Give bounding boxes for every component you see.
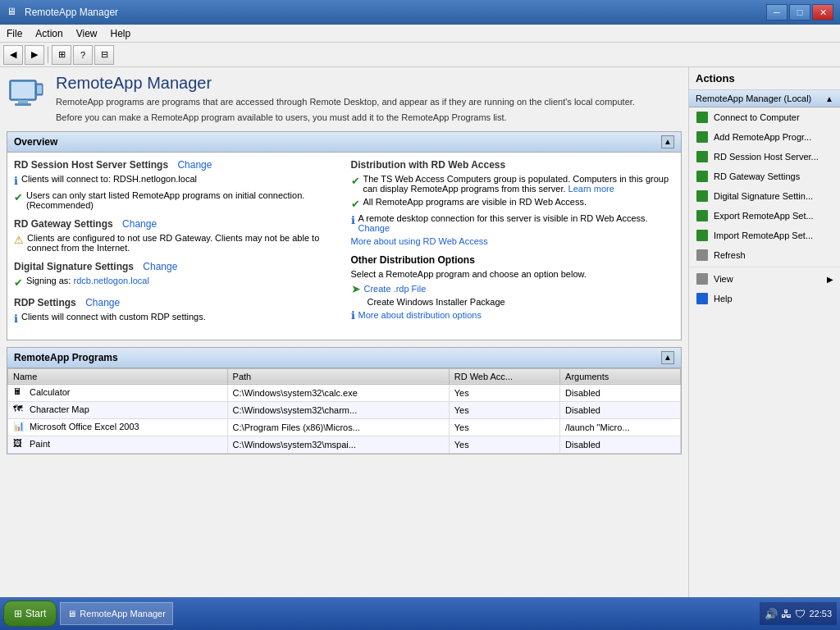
dist-item-2: ℹ A remote desktop connection for this s… xyxy=(351,213,675,233)
rd-gateway-change-link[interactable]: Change xyxy=(122,218,157,230)
learn-more-link[interactable]: Learn more xyxy=(568,184,614,194)
overview-panel: Overview ▲ RD Session Host Server Settin… xyxy=(7,131,682,340)
action-item-connect[interactable]: Connect to Computer xyxy=(689,107,840,127)
taskbar-remoteapp[interactable]: 🖥 RemoteApp Manager xyxy=(60,602,173,625)
prog-path-cell: C:\Windows\system32\calc.exe xyxy=(227,384,449,401)
minimize-button[interactable]: ─ xyxy=(766,4,788,21)
prog-args-cell: Disabled xyxy=(560,401,681,418)
window-title: RemoteApp Manager xyxy=(25,7,766,18)
overview-columns: RD Session Host Server Settings Change ℹ… xyxy=(14,159,674,333)
action-label-export: Export RemoteApp Set... xyxy=(714,211,814,221)
dist-change-link[interactable]: Change xyxy=(358,223,390,233)
action-label-help: Help xyxy=(714,294,733,304)
programs-panel: RemoteApp Programs ▲ Name Path RD Web Ac… xyxy=(7,347,682,454)
add-icon-shape xyxy=(696,131,708,143)
main-area: RemoteApp Manager RemoteApp programs are… xyxy=(0,67,840,597)
actions-section-header: RemoteApp Manager (Local) ▲ xyxy=(689,90,840,107)
table-row[interactable]: 🖼Paint C:\Windows\system32\mspai... Yes … xyxy=(8,436,681,453)
more-rd-web-link[interactable]: More about using RD Web Access xyxy=(351,236,488,246)
rdgateway-icon-shape xyxy=(696,171,708,182)
menu-view[interactable]: View xyxy=(70,26,104,41)
table-row[interactable]: 📊Microsoft Office Excel 2003 C:\Program … xyxy=(8,418,681,436)
more-dist-link[interactable]: More about distribution options xyxy=(358,310,482,320)
more-dist-item: ℹ More about distribution options xyxy=(351,308,675,322)
other-dist-desc: Select a RemoteApp program and choose an… xyxy=(351,269,675,279)
create-rdp-link[interactable]: Create .rdp File xyxy=(364,284,427,294)
col-path: Path xyxy=(227,368,449,384)
prog-args-cell: Disabled xyxy=(560,384,681,401)
back-button[interactable]: ◀ xyxy=(3,45,23,65)
taskbar-app-icon: 🖥 xyxy=(67,609,76,619)
page-icon xyxy=(7,74,46,113)
overview-right-col: Distribution with RD Web Access ✔ The TS… xyxy=(351,159,675,333)
table-row[interactable]: 🖩Calculator C:\Windows\system32\calc.exe… xyxy=(8,384,681,401)
page-header: RemoteApp Manager RemoteApp programs are… xyxy=(7,74,682,125)
prog-path-cell: C:\Windows\system32\charm... xyxy=(227,401,449,418)
rdp-change-link[interactable]: Change xyxy=(85,297,120,308)
action-item-export[interactable]: Export RemoteApp Set... xyxy=(689,206,840,226)
action-label-rdsession: RD Session Host Server... xyxy=(714,152,819,162)
title-bar: 🖥 RemoteApp Manager ─ □ ✕ xyxy=(0,0,840,25)
actions-section-label: RemoteApp Manager (Local) xyxy=(696,94,811,103)
menu-action[interactable]: Action xyxy=(29,26,69,41)
taskbar-app-label: RemoteApp Manager xyxy=(80,609,166,619)
app-icon: 🖥 xyxy=(7,6,20,19)
dist-item-0: ✔ The TS Web Access Computers group is p… xyxy=(351,174,675,194)
action-item-add[interactable]: Add RemoteApp Progr... xyxy=(689,127,840,147)
programs-collapse-button[interactable]: ▲ xyxy=(661,351,674,364)
help-icon xyxy=(696,292,709,305)
programs-table-header: Name Path RD Web Acc... Arguments xyxy=(8,368,681,384)
action-label-add: Add RemoteApp Progr... xyxy=(714,132,811,142)
maximize-button[interactable]: □ xyxy=(789,4,810,21)
action-item-digsig[interactable]: Digital Signature Settin... xyxy=(689,186,840,206)
help-icon-dist: ℹ xyxy=(351,309,355,322)
security-icon[interactable]: 🛡 xyxy=(795,608,806,620)
digital-sig-change-link[interactable]: Change xyxy=(143,261,177,272)
page-header-text: RemoteApp Manager RemoteApp programs are… xyxy=(56,74,635,125)
overview-panel-title: Overview xyxy=(14,136,57,148)
title-bar-buttons: ─ □ ✕ xyxy=(766,4,833,21)
svg-rect-5 xyxy=(37,85,42,94)
rd-session-change-link[interactable]: Change xyxy=(177,159,212,171)
toggle-button[interactable]: ⊟ xyxy=(94,45,114,65)
up-button[interactable]: ⊞ xyxy=(52,45,71,65)
digital-sig-title: Digital Signature Settings Change xyxy=(14,261,338,272)
overview-collapse-button[interactable]: ▲ xyxy=(661,135,674,148)
rd-session-item-1: ✔ Users can only start listed RemoteApp … xyxy=(14,190,338,210)
taskbar-tray: 🔊 🖧 🛡 22:53 xyxy=(760,602,837,625)
svg-rect-2 xyxy=(18,100,28,103)
table-row[interactable]: 🗺Character Map C:\Windows\system32\charm… xyxy=(8,401,681,418)
close-button[interactable]: ✕ xyxy=(812,4,833,21)
programs-table: Name Path RD Web Acc... Arguments 🖩Calcu… xyxy=(7,368,681,454)
export-icon-shape xyxy=(696,210,708,221)
signing-link[interactable]: rdcb.netlogon.local xyxy=(73,276,148,285)
forward-button[interactable]: ▶ xyxy=(25,45,44,65)
action-item-help[interactable]: Help xyxy=(689,289,840,308)
menu-help[interactable]: Help xyxy=(104,26,138,41)
dist-item-1: ✔ All RemoteApp programs are visible in … xyxy=(351,197,675,210)
overview-left-col: RD Session Host Server Settings Change ℹ… xyxy=(14,159,338,333)
view-icon xyxy=(696,272,709,285)
start-button[interactable]: ⊞ Start xyxy=(3,600,57,627)
prog-name-cell: 📊Microsoft Office Excel 2003 xyxy=(8,418,228,436)
overview-panel-header: Overview ▲ xyxy=(7,132,681,153)
action-item-import[interactable]: Import RemoteApp Set... xyxy=(689,226,840,245)
network-icon[interactable]: 🖧 xyxy=(781,608,792,620)
rdp-section: RDP Settings Change ℹ Clients will conne… xyxy=(14,297,338,325)
action-item-view[interactable]: View▶ xyxy=(689,269,840,289)
windows-logo-icon: ⊞ xyxy=(14,608,22,619)
prog-rdweb-cell: Yes xyxy=(449,384,559,401)
menu-file[interactable]: File xyxy=(0,26,29,41)
left-content: RemoteApp Manager RemoteApp programs are… xyxy=(0,67,688,597)
rd-session-item-0: ℹ Clients will connect to: RDSH.netlogon… xyxy=(14,174,338,187)
action-label-rdgateway: RD Gateway Settings xyxy=(714,171,800,181)
page-title: RemoteApp Manager xyxy=(56,74,635,93)
help-toolbar-button[interactable]: ? xyxy=(73,45,93,65)
action-item-rdsession[interactable]: RD Session Host Server... xyxy=(689,147,840,167)
action-item-rdgateway[interactable]: RD Gateway Settings xyxy=(689,167,840,186)
action-separator xyxy=(689,267,840,267)
prog-name-cell: 🗺Character Map xyxy=(8,401,228,418)
volume-icon[interactable]: 🔊 xyxy=(765,608,778,620)
action-item-refresh[interactable]: Refresh xyxy=(689,245,840,265)
action-label-digsig: Digital Signature Settin... xyxy=(714,191,813,201)
